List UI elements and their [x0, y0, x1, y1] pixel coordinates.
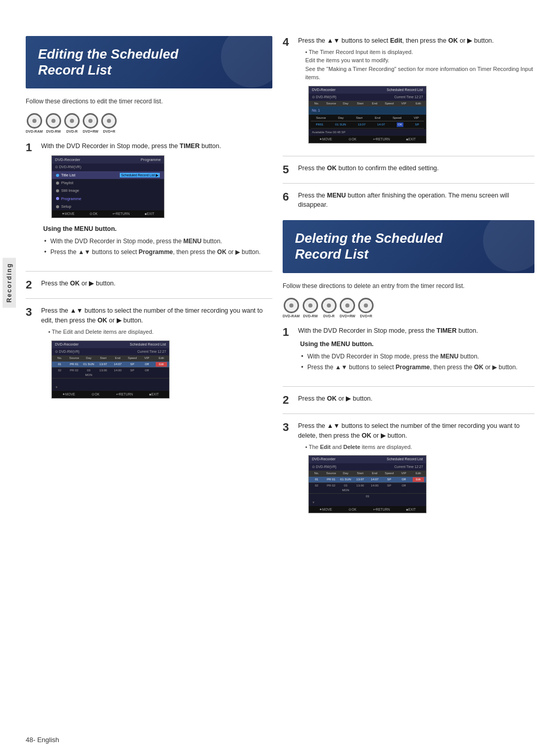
disc-dvd-ram: DVD-RAM	[26, 113, 43, 133]
ui-menu-stillimage: Still Image	[52, 187, 164, 194]
deleting-section-heading: Deleting the Scheduled Record List	[283, 220, 534, 273]
del-step-1: 1 With the DVD Recorder in Stop mode, pr…	[283, 326, 534, 380]
disc-label-dvdrw: DVD-RW	[46, 130, 61, 133]
del-table-row-3: 03	[309, 493, 426, 499]
ui-header-right: Programme	[141, 157, 161, 163]
disc-dvd-r: DVD-R	[64, 113, 80, 133]
disc-label-dvdplusr: DVD+R	[103, 130, 116, 133]
del-step-3: 3 Press the ▲▼ buttons to select the num…	[283, 421, 534, 518]
step-5-editing: 5 Press the OK button to confirm the edi…	[283, 164, 534, 176]
divider5	[283, 386, 534, 387]
editing-section-heading: Editing the Scheduled Record List	[26, 36, 272, 88]
disc-dvd-plusrw: DVD+RW	[83, 113, 98, 133]
right-column: 4 Press the ▲▼ buttons to select Edit, t…	[283, 36, 534, 741]
ui-header-left: DVD-Recorder	[55, 157, 80, 163]
del-using-menu-title: Using the MENU button.	[300, 339, 534, 349]
editing-title: Editing the Scheduled Record List	[38, 46, 260, 78]
ui-menu-playlist: Playlist	[52, 179, 164, 187]
step1-bold: TIMER	[180, 142, 200, 150]
using-menu-bullet1: With the DVD Recorder in Stop mode, pres…	[43, 237, 272, 246]
disc-del-dvd-plusrw: DVD+RW	[340, 298, 355, 318]
del-using-menu-bullet2: Press the ▲▼ buttons to select Programme…	[300, 363, 534, 372]
divider4	[283, 183, 534, 184]
disc-label-dvdr: DVD-R	[66, 130, 78, 133]
disc-label-dvdram: DVD-RAM	[26, 130, 43, 133]
del-step2-text: Press the OK or ▶ button.	[298, 395, 373, 402]
del-step3-note: • The Edit and Delete items are displaye…	[305, 443, 534, 452]
using-menu-bullet2: Press the ▲▼ buttons to select Programme…	[43, 247, 272, 257]
deleting-title: Deleting the Scheduled Record List	[295, 230, 522, 262]
divider1	[26, 271, 272, 272]
step3-text: Press the ▲▼ buttons to select the numbe…	[41, 307, 263, 324]
del-using-menu-subsection: Using the MENU button. With the DVD Reco…	[298, 339, 534, 372]
disc-del-dvd-r: DVD-R	[321, 298, 337, 318]
disc-circle-dvdram	[27, 113, 42, 129]
del-using-menu-bullet1: With the DVD Recorder in Stop mode, pres…	[300, 352, 534, 361]
step-1-editing: 1 With the DVD Recorder in Stop mode, pr…	[26, 141, 272, 263]
disc-icons-editing: DVD-RAM DVD-RW DVD-R DVD+RW DVD+R	[26, 113, 272, 133]
disc-del-dvd-rw: DVD-RW	[303, 298, 318, 318]
del-table-bottom-bar: ✦MOVE ⊙OK ↩RETURN ■EXIT	[309, 506, 426, 513]
del-step3-text: Press the ▲▼ buttons to select the numbe…	[298, 422, 520, 439]
disc-circle-dvdplusr	[101, 113, 117, 129]
del-step1-text: With the DVD Recorder in Stop mode, pres…	[298, 327, 478, 334]
step2-text: Press the OK or ▶ button.	[41, 280, 116, 287]
input-cols: Source Day Start End Speed VIP PR01 01 S…	[309, 115, 426, 129]
table-row-spacer	[52, 378, 169, 384]
using-menu-subsection: Using the MENU button. With the DVD Reco…	[41, 224, 272, 257]
table-nav-arrow: ▼	[52, 384, 169, 391]
disc-circle-dvdplusrw	[83, 113, 98, 129]
step5-text: Press the OK button to confirm the edite…	[298, 165, 439, 172]
disc-circle-dvdr	[64, 113, 80, 129]
editing-intro: Follow these directions to edit the time…	[26, 97, 272, 106]
ui-table-mockup3: DVD-Recorder Scheduled Record List ⊙ DVD…	[308, 455, 427, 513]
deleting-section: Deleting the Scheduled Record List Follo…	[283, 220, 534, 518]
using-menu-title: Using the MENU button.	[43, 224, 272, 234]
step-2-editing: 2 Press the OK or ▶ button.	[26, 279, 272, 291]
step-4-editing: 4 Press the ▲▼ buttons to select Edit, t…	[283, 36, 534, 149]
deleting-intro: Follow these directions to delete an ent…	[283, 281, 534, 291]
del-table-row-1: 01 PR 01 01 SUN 13:07 14:07 SP Off Edit	[309, 476, 426, 482]
table-row-2: 02 PR 02 03 MON 13:00 14:00 SP Off	[52, 367, 169, 378]
ui-table-mockup1: DVD-Recorder Scheduled Record List ⊙ DVD…	[51, 340, 170, 399]
no-label: No. 1	[309, 106, 426, 115]
divider2	[26, 298, 272, 299]
disc-icons-deleting: DVD-RAM DVD-RW DVD-R DVD+RW	[283, 298, 534, 318]
step4-bullet2: Edit the items you want to modify.	[305, 56, 534, 65]
footer-page-number: 48- English	[26, 736, 59, 744]
step1-text: With the DVD Recorder in Stop mode, pres…	[41, 142, 180, 150]
disc-dvd-rw: DVD-RW	[46, 113, 61, 133]
ui-menu-title-list: Title List Scheduled Record List ▶	[52, 171, 164, 179]
disc-del-dvd-plusr: DVD+R	[358, 298, 374, 318]
del-step-2: 2 Press the OK or ▶ button.	[283, 394, 534, 406]
disc-del-dvd-ram: DVD-RAM	[283, 298, 300, 318]
ui-menu-setup: Setup	[52, 203, 164, 210]
divider3	[283, 156, 534, 156]
step-3-editing: 3 Press the ▲▼ buttons to select the num…	[26, 306, 272, 404]
step1-after: button.	[199, 142, 221, 150]
ui-menu-programme: Programme	[52, 195, 164, 203]
step4-bullet1: • The Timer Record Input item is display…	[305, 48, 534, 57]
step4-text: Press the ▲▼ buttons to select Edit, the…	[298, 37, 494, 44]
disc-dvd-plusr: DVD+R	[101, 113, 117, 133]
available-time: Available Time 00:48 SP	[309, 129, 426, 136]
step4-bullet3: See the "Making a Timer Recording" secti…	[305, 65, 534, 82]
table-row-1: 01 PR 01 01 SUN 13:07 14:07 SP Off Edit	[52, 361, 169, 367]
ui-menu-mockup: DVD-Recorder Programme ⊙ DVD-RW(VR) Titl…	[51, 155, 164, 218]
step3-note: • The Edit and Delete items are displaye…	[48, 328, 272, 336]
step-6-editing: 6 Press the MENU button after finishing …	[283, 191, 534, 210]
del-table-row-2: 02 PR 02 03 MON 13:00 14:00 SP Off	[309, 482, 426, 493]
ui-table-mockup2: DVD-Recorder Scheduled Record List ⊙ DVD…	[308, 86, 427, 143]
left-column: Editing the Scheduled Record List Follow…	[26, 36, 272, 741]
side-recording-label: Recording	[0, 231, 18, 334]
ui-bottom-bar: ✦MOVE ⊙OK ↩RETURN ■EXIT	[52, 210, 164, 218]
divider6	[283, 413, 534, 414]
table-bottom-bar1: ✦MOVE ⊙OK ↩RETURN ■EXIT	[52, 391, 169, 398]
ui-sub-left: ⊙ DVD-RW(VR)	[55, 165, 81, 170]
table-bottom-bar2: ✦MOVE ⊙OK ↩RETURN ■EXIT	[309, 136, 426, 143]
step6-text: Press the MENU button after finishing th…	[298, 192, 509, 209]
disc-circle-dvdrw	[46, 113, 61, 129]
disc-label-dvdplusrw: DVD+RW	[83, 130, 98, 133]
ok-button-mockup: OK	[397, 122, 403, 127]
